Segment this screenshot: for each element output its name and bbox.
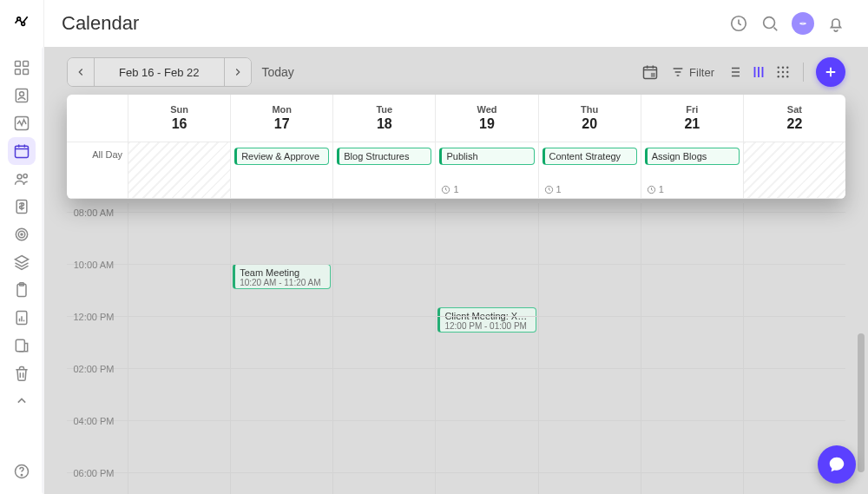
svg-point-34 [786, 76, 788, 77]
divider [803, 63, 804, 82]
allday-event[interactable]: Review & Approve [234, 148, 329, 165]
allday-event[interactable]: Publish [439, 148, 534, 165]
day-header-thu[interactable]: Thu20 [538, 95, 641, 142]
calendar-icon[interactable] [8, 137, 36, 165]
export-icon[interactable] [8, 332, 36, 359]
svg-rect-3 [23, 62, 29, 67]
avatar[interactable] [792, 12, 814, 35]
allday-row: All Day Review & Approve Blog Structures… [67, 142, 845, 199]
day-header-row: Sun16 Mon17 Tue18 Wed19 Thu20 Fri21 Sat2… [67, 95, 845, 142]
filter-button[interactable]: Filter [671, 65, 714, 79]
layers-icon[interactable] [8, 248, 36, 276]
allday-event[interactable]: Assign Blogs [645, 148, 740, 165]
svg-rect-6 [16, 89, 27, 102]
svg-point-30 [782, 71, 784, 73]
svg-point-27 [782, 67, 784, 69]
day-header-fri[interactable]: Fri21 [641, 95, 743, 142]
date-range-label[interactable]: Feb 16 - Feb 22 [94, 58, 225, 86]
app-logo[interactable] [9, 9, 35, 35]
filter-label: Filter [689, 66, 714, 79]
allday-cell-thu[interactable]: Content Strategy 1 [538, 142, 641, 198]
allday-cell-sat[interactable] [743, 142, 845, 198]
billing-icon[interactable] [8, 193, 36, 221]
today-button[interactable]: Today [262, 65, 294, 79]
allday-cell-mon[interactable]: Review & Approve [230, 142, 332, 198]
list-view-icon[interactable] [727, 64, 742, 80]
help-icon[interactable] [8, 458, 36, 485]
svg-point-21 [21, 475, 22, 476]
time-label: 10:00 AM [67, 260, 128, 270]
svg-point-26 [778, 67, 779, 69]
more-count[interactable]: 1 [647, 184, 664, 194]
svg-rect-25 [652, 74, 654, 76]
calendar-toolbar: Feb 16 - Feb 22 Today Filter [67, 57, 845, 87]
trash-icon[interactable] [8, 359, 36, 387]
chat-fab[interactable] [818, 445, 856, 484]
target-icon[interactable] [8, 221, 36, 248]
mini-calendar-icon[interactable] [641, 63, 659, 81]
allday-label: All Day [67, 142, 128, 198]
svg-point-31 [786, 71, 788, 73]
allday-event[interactable]: Blog Structures [337, 148, 431, 165]
svg-rect-9 [16, 146, 29, 157]
contacts-icon[interactable] [8, 82, 36, 109]
day-header-sat[interactable]: Sat22 [743, 95, 845, 142]
activity-icon[interactable] [8, 109, 36, 137]
svg-point-7 [20, 92, 24, 96]
clock-icon[interactable] [729, 14, 748, 33]
allday-cell-sun[interactable] [128, 142, 230, 198]
bell-icon[interactable] [826, 14, 845, 33]
time-label: 02:00 PM [67, 364, 128, 374]
page-header: Calendar [44, 0, 868, 47]
left-nav-rail [0, 0, 44, 494]
day-header-mon[interactable]: Mon17 [230, 95, 332, 142]
week-header-panel: Sun16 Mon17 Tue18 Wed19 Thu20 Fri21 Sat2… [67, 95, 845, 199]
svg-point-32 [778, 76, 779, 77]
prev-week-button[interactable] [68, 58, 94, 86]
time-label: 06:00 PM [67, 468, 128, 478]
search-icon[interactable] [760, 14, 779, 33]
svg-point-33 [782, 76, 784, 77]
date-range-picker: Feb 16 - Feb 22 [67, 57, 252, 87]
day-header-wed[interactable]: Wed19 [435, 95, 537, 142]
allday-event[interactable]: Content Strategy [542, 148, 637, 165]
clipboard-icon[interactable] [8, 276, 36, 304]
vertical-scrollbar[interactable] [858, 151, 865, 484]
collapse-icon[interactable] [8, 387, 36, 415]
more-count[interactable]: 1 [441, 184, 458, 194]
svg-point-1 [22, 23, 25, 26]
allday-cell-wed[interactable]: Publish 1 [435, 142, 537, 198]
week-view-icon[interactable] [751, 64, 766, 80]
next-week-button[interactable] [225, 58, 251, 86]
dashboard-icon[interactable] [8, 54, 36, 82]
allday-cell-fri[interactable]: Assign Blogs 1 [641, 142, 743, 198]
month-view-icon[interactable] [775, 64, 791, 80]
svg-rect-4 [16, 69, 21, 75]
people-icon[interactable] [8, 165, 36, 193]
svg-point-29 [778, 71, 779, 73]
more-count[interactable]: 1 [544, 184, 562, 194]
svg-point-11 [23, 175, 27, 178]
svg-point-23 [764, 16, 775, 28]
svg-rect-2 [16, 62, 21, 67]
svg-rect-5 [23, 69, 29, 75]
add-event-button[interactable] [816, 57, 845, 87]
svg-point-28 [786, 67, 788, 69]
time-label: 04:00 PM [67, 416, 128, 426]
calendar-hour-grid: Team Meeting 10:20 AM - 11:20 AM Client … [67, 203, 845, 494]
svg-rect-19 [16, 339, 24, 351]
allday-cell-tue[interactable]: Blog Structures [332, 142, 435, 198]
day-header-sun[interactable]: Sun16 [128, 95, 230, 142]
time-label: 08:00 AM [67, 207, 128, 218]
day-header-tue[interactable]: Tue18 [332, 95, 435, 142]
time-label: 12:00 PM [67, 312, 128, 322]
reports-icon[interactable] [8, 304, 36, 332]
svg-point-0 [17, 17, 21, 21]
svg-point-10 [17, 175, 22, 179]
svg-point-15 [21, 234, 23, 235]
page-title: Calendar [62, 12, 139, 35]
